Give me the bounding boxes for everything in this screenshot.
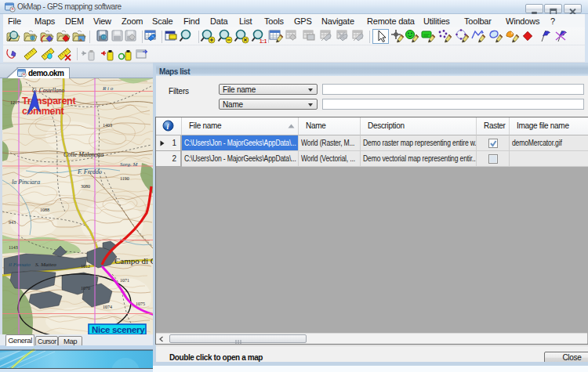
svg-text:1217: 1217 xyxy=(10,100,20,105)
svg-text:Transparent: Transparent xyxy=(22,96,76,107)
svg-text:1071: 1071 xyxy=(120,278,129,283)
svg-text:1088: 1088 xyxy=(40,208,49,212)
svg-text:S. Matteo: S. Matteo xyxy=(35,262,56,268)
svg-text:1074: 1074 xyxy=(103,305,112,309)
svg-text:R i o: R i o xyxy=(102,85,114,92)
svg-text:F. Freddo: F. Freddo xyxy=(77,168,102,175)
svg-text:1190: 1190 xyxy=(120,176,129,181)
svg-text:la Pinciara: la Pinciara xyxy=(12,179,40,186)
svg-text:il Fossato: il Fossato xyxy=(9,262,31,268)
svg-text:1143: 1143 xyxy=(9,245,18,250)
svg-text:943: 943 xyxy=(9,220,16,225)
svg-text:3080: 3080 xyxy=(81,184,90,189)
svg-text:Colle Malatesta: Colle Malatesta xyxy=(64,151,103,158)
svg-text:Nice scenery: Nice scenery xyxy=(92,325,145,334)
svg-text:Sorg. M: Sorg. M xyxy=(120,161,138,168)
svg-text:1070: 1070 xyxy=(81,286,90,291)
svg-text:1012: 1012 xyxy=(81,264,90,269)
svg-text:1:1: 1:1 xyxy=(260,38,267,44)
svg-text:1403: 1403 xyxy=(103,123,112,128)
svg-text:C. Castellano: C. Castellano xyxy=(32,87,65,94)
svg-text:Campo di G: Campo di G xyxy=(114,256,154,265)
svg-text:1075: 1075 xyxy=(136,302,145,306)
